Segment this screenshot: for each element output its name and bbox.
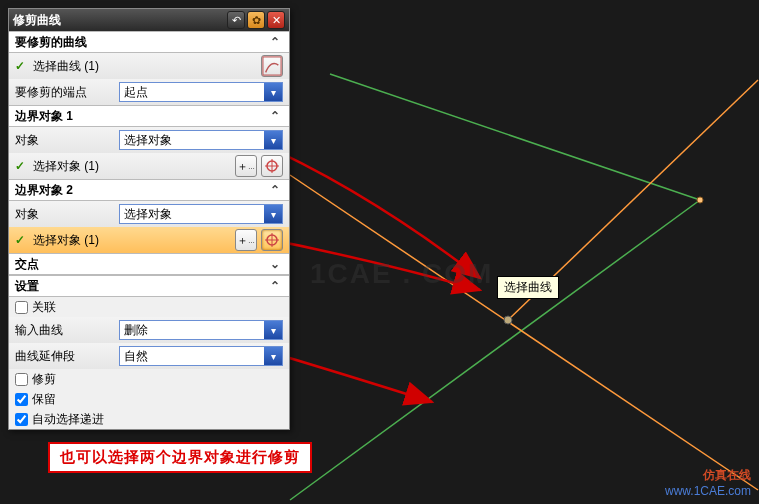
assoc-label: 关联 (32, 299, 56, 316)
undo-icon[interactable]: ↶ (227, 11, 245, 29)
input-curve-row: 输入曲线 删除 ▾ (9, 317, 289, 343)
keep-label: 保留 (32, 391, 56, 408)
end-point-select[interactable]: 起点 ▾ (119, 82, 283, 102)
background-watermark: 1CAE . COM (310, 258, 493, 290)
boundary2-object-value: 选择对象 (124, 206, 172, 223)
repair-label: 修剪 (32, 371, 56, 388)
boundary1-object-row: 对象 选择对象 ▾ (9, 127, 289, 153)
annotation-callout: 也可以选择两个边界对象进行修剪 (48, 442, 312, 473)
extend-select[interactable]: 自然 ▾ (119, 346, 283, 366)
section-settings-label: 设置 (15, 278, 39, 295)
keep-checkbox[interactable] (15, 393, 28, 406)
svg-line-0 (330, 74, 700, 200)
end-point-row: 要修剪的端点 起点 ▾ (9, 79, 289, 105)
target-icon[interactable] (261, 155, 283, 177)
section-boundary2-header[interactable]: 边界对象 2 ⌃ (9, 179, 289, 201)
extend-row: 曲线延伸段 自然 ▾ (9, 343, 289, 369)
check-icon: ✓ (15, 159, 29, 173)
watermark-line2: www.1CAE.com (665, 484, 751, 498)
end-point-value: 起点 (124, 84, 148, 101)
add-icon[interactable]: ＋… (235, 155, 257, 177)
repair-checkbox[interactable] (15, 373, 28, 386)
target-icon[interactable] (261, 229, 283, 251)
boundary1-select-label: 选择对象 (1) (33, 158, 231, 175)
extend-label: 曲线延伸段 (15, 348, 115, 365)
chevron-up-icon[interactable]: ⌃ (267, 182, 283, 198)
chevron-down-icon: ▾ (264, 347, 282, 365)
section-boundary1-header[interactable]: 边界对象 1 ⌃ (9, 105, 289, 127)
chevron-up-icon[interactable]: ⌃ (267, 278, 283, 294)
svg-line-2 (290, 175, 758, 490)
trim-curve-panel: 修剪曲线 ↶ ✿ ✕ 要修剪的曲线 ⌃ ✓ 选择曲线 (1) 要修剪的端点 起点… (8, 8, 290, 430)
svg-point-5 (504, 316, 512, 324)
section-trim-curve-label: 要修剪的曲线 (15, 34, 87, 51)
autosel-row[interactable]: 自动选择递进 (9, 409, 289, 429)
input-curve-select[interactable]: 删除 ▾ (119, 320, 283, 340)
chevron-up-icon[interactable]: ⌃ (267, 34, 283, 50)
section-settings-header[interactable]: 设置 ⌃ (9, 275, 289, 297)
watermark: 仿真在线 www.1CAE.com (665, 467, 751, 498)
section-boundary2-label: 边界对象 2 (15, 182, 73, 199)
section-trim-curve-header[interactable]: 要修剪的曲线 ⌃ (9, 31, 289, 53)
check-icon: ✓ (15, 59, 29, 73)
boundary1-object-label: 对象 (15, 132, 115, 149)
autosel-checkbox[interactable] (15, 413, 28, 426)
repair-row[interactable]: 修剪 (9, 369, 289, 389)
chevron-down-icon: ▾ (264, 83, 282, 101)
boundary2-object-label: 对象 (15, 206, 115, 223)
watermark-line1: 仿真在线 (665, 467, 751, 484)
cursor-tooltip: 选择曲线 (497, 276, 559, 299)
boundary2-object-row: 对象 选择对象 ▾ (9, 201, 289, 227)
boundary1-object-select[interactable]: 选择对象 ▾ (119, 130, 283, 150)
panel-title: 修剪曲线 (13, 12, 225, 29)
select-curve-label: 选择曲线 (1) (33, 58, 257, 75)
svg-rect-6 (263, 57, 281, 75)
curve-tool-icon[interactable] (261, 55, 283, 77)
chevron-down-icon: ▾ (264, 321, 282, 339)
boundary2-select-label: 选择对象 (1) (33, 232, 231, 249)
svg-point-4 (697, 197, 703, 203)
boundary2-select-row[interactable]: ✓ 选择对象 (1) ＋… (9, 227, 289, 253)
input-curve-value: 删除 (124, 322, 148, 339)
check-icon: ✓ (15, 233, 29, 247)
boundary1-object-value: 选择对象 (124, 132, 172, 149)
chevron-down-icon: ▾ (264, 131, 282, 149)
chevron-up-icon[interactable]: ⌃ (267, 108, 283, 124)
gear-icon[interactable]: ✿ (247, 11, 265, 29)
chevron-down-icon[interactable]: ⌄ (267, 256, 283, 272)
section-boundary1-label: 边界对象 1 (15, 108, 73, 125)
assoc-row[interactable]: 关联 (9, 297, 289, 317)
section-intersection-label: 交点 (15, 256, 39, 273)
panel-titlebar: 修剪曲线 ↶ ✿ ✕ (9, 9, 289, 31)
end-point-label: 要修剪的端点 (15, 84, 115, 101)
add-icon[interactable]: ＋… (235, 229, 257, 251)
section-intersection-header[interactable]: 交点 ⌄ (9, 253, 289, 275)
extend-value: 自然 (124, 348, 148, 365)
select-curve-row[interactable]: ✓ 选择曲线 (1) (9, 53, 289, 79)
keep-row[interactable]: 保留 (9, 389, 289, 409)
input-curve-label: 输入曲线 (15, 322, 115, 339)
boundary2-object-select[interactable]: 选择对象 ▾ (119, 204, 283, 224)
assoc-checkbox[interactable] (15, 301, 28, 314)
boundary1-select-row[interactable]: ✓ 选择对象 (1) ＋… (9, 153, 289, 179)
svg-line-1 (290, 200, 700, 500)
chevron-down-icon: ▾ (264, 205, 282, 223)
autosel-label: 自动选择递进 (32, 411, 104, 428)
close-icon[interactable]: ✕ (267, 11, 285, 29)
